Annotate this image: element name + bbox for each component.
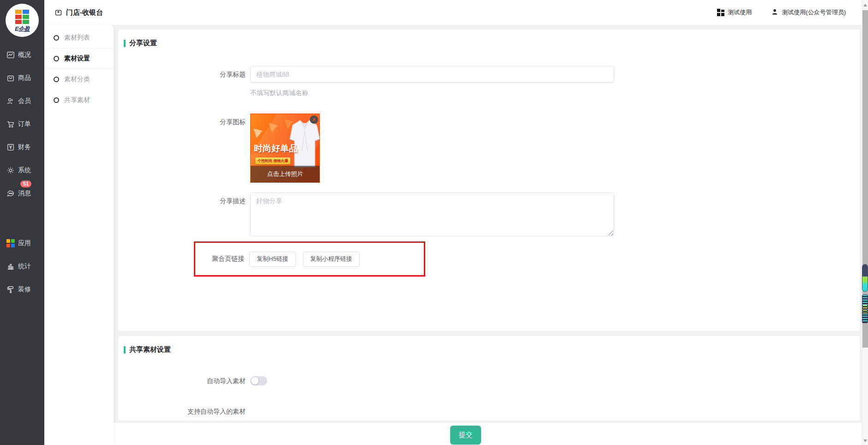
page-scrollbar[interactable] bbox=[862, 0, 868, 445]
scroll-up-icon[interactable] bbox=[863, 4, 867, 6]
top-header: 门店-收银台 测试使用 测试使用(公众号管理员) bbox=[44, 0, 868, 25]
sidebar-item-material-category[interactable]: 素材分类 bbox=[44, 69, 114, 90]
sidebar-item-label: 统计 bbox=[18, 262, 31, 271]
workspace-grid-icon bbox=[717, 9, 724, 16]
shared-material-card: 共享素材设置 自动导入素材 支持自动导入的素材 bbox=[118, 336, 860, 421]
circle-icon bbox=[54, 35, 59, 41]
apps-icon bbox=[6, 239, 15, 248]
sub-sidebar: 素材列表 素材设置 素材分类 共享素材 bbox=[44, 25, 114, 445]
submit-button[interactable]: 提交 bbox=[450, 426, 481, 445]
sidebar-item-decorate[interactable]: 装修 bbox=[0, 278, 44, 301]
share-title-hint: 不填写默认商城名称 bbox=[250, 89, 860, 97]
sidebar-item-order[interactable]: 订单 bbox=[0, 113, 44, 136]
sidebar-item-message[interactable]: 消息 51 bbox=[0, 182, 44, 205]
sidebar-item-shared-material[interactable]: 共享素材 bbox=[44, 90, 114, 110]
logo-text: E企盈 bbox=[15, 25, 30, 33]
submenu-label: 素材分类 bbox=[64, 75, 90, 84]
meter-overlay-widget bbox=[862, 295, 868, 323]
account-label: 测试使用(公众号管理员) bbox=[782, 8, 846, 17]
auto-import-toggle[interactable] bbox=[250, 376, 267, 385]
banner-headline: 时尚好单品 bbox=[254, 143, 298, 155]
message-count-badge: 51 bbox=[20, 180, 31, 187]
share-settings-form: 分享标题 不填写默认商城名称 分享图标 bbox=[118, 66, 860, 277]
workspace-label: 测试使用 bbox=[728, 8, 752, 17]
annotation-red-box: 聚合页链接 复制H5链接 复制小程序链接 bbox=[194, 241, 425, 277]
submit-bar: 提交 bbox=[114, 422, 868, 445]
textarea-wrapper bbox=[250, 192, 614, 236]
upload-text: 点击上传照片 bbox=[267, 170, 303, 178]
share-desc-row: 分享描述 bbox=[118, 192, 860, 236]
circle-icon bbox=[54, 77, 59, 82]
copy-h5-link-button[interactable]: 复制H5链接 bbox=[249, 252, 296, 267]
account-menu[interactable]: 测试使用(公众号管理员) bbox=[771, 8, 846, 17]
sidebar-item-label: 系统 bbox=[18, 166, 31, 174]
sidebar-item-member[interactable]: 会员 bbox=[0, 90, 44, 113]
sidebar-item-label: 装修 bbox=[18, 285, 31, 294]
page-title: 门店-收银台 bbox=[66, 8, 103, 17]
share-title-label: 分享标题 bbox=[118, 66, 246, 83]
sidebar-item-material-settings[interactable]: 素材设置 bbox=[44, 48, 114, 69]
share-desc-textarea[interactable] bbox=[250, 192, 614, 236]
sidebar-item-system[interactable]: 系统 bbox=[0, 159, 44, 182]
close-icon: ✕ bbox=[312, 117, 316, 122]
overview-icon bbox=[6, 51, 15, 60]
user-icon bbox=[771, 8, 778, 17]
sidebar-item-overview[interactable]: 概况 bbox=[0, 43, 44, 66]
sidebar-item-material-list[interactable]: 素材列表 bbox=[44, 27, 114, 48]
share-desc-label: 分享描述 bbox=[118, 192, 246, 209]
header-actions: 测试使用 测试使用(公众号管理员) bbox=[717, 8, 846, 17]
breadcrumb: 门店-收银台 bbox=[54, 8, 103, 17]
goods-icon bbox=[6, 74, 15, 83]
sidebar-item-label: 消息 bbox=[18, 189, 31, 198]
submenu-label: 素材列表 bbox=[64, 34, 90, 42]
store-icon bbox=[54, 9, 62, 17]
circle-icon bbox=[54, 56, 59, 61]
app-logo[interactable]: E企盈 bbox=[6, 4, 39, 37]
sidebar-item-finance[interactable]: 财务 bbox=[0, 136, 44, 159]
sidebar-item-stats[interactable]: 统计 bbox=[0, 255, 44, 278]
share-icon-upload[interactable]: 时尚好单品 个性时尚 倾销火爆 点击上传照片 ✕ bbox=[250, 114, 320, 183]
share-title-row: 分享标题 bbox=[118, 66, 860, 83]
share-title-input[interactable] bbox=[250, 66, 614, 83]
sidebar-item-label: 应用 bbox=[18, 239, 31, 247]
submenu-label: 共享素材 bbox=[64, 96, 90, 104]
member-icon bbox=[6, 97, 15, 106]
section-title: 分享设置 bbox=[129, 39, 157, 48]
main-content: 分享设置 分享标题 不填写默认商城名称 分享图标 bbox=[114, 25, 868, 445]
sidebar-item-label: 财务 bbox=[18, 143, 31, 151]
share-icon-label: 分享图标 bbox=[118, 114, 246, 130]
auto-import-row: 自动导入素材 bbox=[118, 376, 860, 385]
sidebar-item-apps[interactable]: 应用 bbox=[0, 232, 44, 255]
scroll-down-icon[interactable] bbox=[863, 439, 867, 442]
finance-icon bbox=[6, 143, 15, 152]
main-nav: 概况 商品 会员 订单 bbox=[0, 43, 44, 301]
support-material-label: 支持自动导入的素材 bbox=[118, 407, 246, 416]
section-accent-bar bbox=[124, 40, 126, 47]
banner-subline: 个性时尚 倾销火爆 bbox=[255, 157, 290, 164]
workspace-switcher[interactable]: 测试使用 bbox=[717, 8, 752, 17]
sidebar-item-goods[interactable]: 商品 bbox=[0, 66, 44, 90]
support-material-row: 支持自动导入的素材 bbox=[118, 407, 860, 416]
circle-icon bbox=[54, 97, 59, 103]
right-pane: 门店-收银台 测试使用 测试使用(公众号管理员) bbox=[44, 0, 868, 445]
aggregate-link-label: 聚合页链接 bbox=[195, 255, 244, 263]
sidebar-item-label: 会员 bbox=[18, 97, 31, 105]
sidebar-item-label: 概况 bbox=[18, 51, 31, 59]
order-icon bbox=[6, 120, 15, 129]
section-accent-bar bbox=[124, 346, 126, 354]
stats-icon bbox=[6, 262, 15, 271]
section-title: 共享素材设置 bbox=[129, 345, 171, 354]
section-header: 共享素材设置 bbox=[118, 336, 860, 354]
toggle-knob bbox=[251, 377, 259, 385]
message-icon bbox=[6, 189, 15, 198]
main-sidebar: E企盈 概况 商品 会员 bbox=[0, 0, 44, 445]
copy-miniprogram-link-button[interactable]: 复制小程序链接 bbox=[303, 252, 360, 267]
share-settings-card: 分享设置 分享标题 不填写默认商城名称 分享图标 bbox=[118, 30, 860, 331]
logo-mark bbox=[15, 10, 29, 24]
upload-overlay[interactable]: 点击上传照片 bbox=[251, 166, 319, 182]
remove-image-button[interactable]: ✕ bbox=[310, 115, 318, 124]
section-header: 分享设置 bbox=[118, 30, 860, 48]
gauge-overlay-widget bbox=[862, 264, 868, 292]
share-icon-row: 分享图标 bbox=[118, 114, 860, 183]
sidebar-item-label: 商品 bbox=[18, 74, 31, 82]
